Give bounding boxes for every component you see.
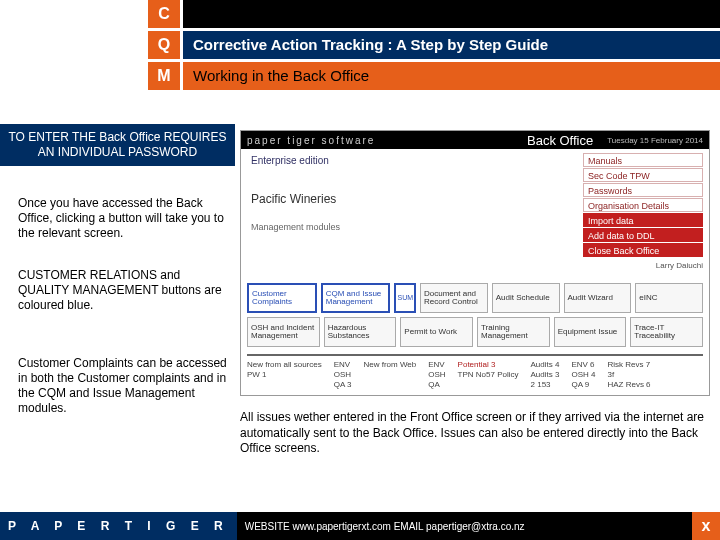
title-stripe-white [183, 93, 720, 121]
module-equipment[interactable]: Equipment Issue [554, 317, 627, 347]
software-brand: paper tiger software [247, 135, 375, 146]
cqm-q: Q [148, 31, 180, 59]
password-callout: TO ENTER THE Back Office REQUIRES AN IND… [0, 124, 235, 166]
footer: P A P E R T I G E R WEBSITE www.papertig… [0, 512, 720, 540]
page-subtitle: Working in the Back Office [183, 62, 720, 90]
company-name: Pacific Wineries [251, 192, 340, 206]
menu-passwords[interactable]: Passwords [583, 183, 703, 197]
module-einc[interactable]: eINC [635, 283, 703, 313]
title-area: Corrective Action Tracking : A Step by S… [183, 0, 720, 124]
module-audit-schedule[interactable]: Audit Schedule [492, 283, 560, 313]
menu-import[interactable]: Import data [583, 213, 703, 227]
lower-note: All issues wether entered in the Front O… [240, 410, 710, 457]
module-document-control[interactable]: Document and Record Control [420, 283, 488, 313]
module-hazardous[interactable]: Hazardous Substances [324, 317, 397, 347]
cqm-c: C [148, 0, 180, 28]
module-permit[interactable]: Permit to Work [400, 317, 473, 347]
menu-close[interactable]: Close Back Office [583, 243, 703, 257]
menu-org-details[interactable]: Organisation Details [583, 198, 703, 212]
back-office-screenshot: paper tiger software Back Office Tuesday… [240, 130, 710, 396]
body-para-1: Once you have accessed the Back Office, … [18, 196, 228, 241]
edition-label: Enterprise edition [251, 155, 340, 166]
title-stripe-black [183, 0, 720, 28]
modules-heading: Management modules [251, 222, 340, 232]
screen-title: Back Office [527, 133, 593, 148]
screenshot-left-labels: Enterprise edition Pacific Wineries Mana… [251, 155, 340, 232]
footer-contact: WEBSITE www.papertigerxt.com EMAIL paper… [237, 512, 692, 540]
module-customer-complaints[interactable]: Customer Complaints [247, 283, 317, 313]
module-training[interactable]: Training Management [477, 317, 550, 347]
stats-bar: New from all sourcesPW 1 ENVOSHQA 3 New … [247, 354, 703, 389]
page-title: Corrective Action Tracking : A Step by S… [183, 31, 720, 59]
body-para-3: Customer Complaints can be accessed in b… [18, 356, 228, 416]
module-cqm-issue[interactable]: CQM and Issue Management [321, 283, 391, 313]
cqm-m: M [148, 62, 180, 90]
menu-add-ddl[interactable]: Add data to DDL [583, 228, 703, 242]
screenshot-header: paper tiger software Back Office Tuesday… [241, 131, 709, 149]
close-icon[interactable]: x [692, 512, 720, 540]
menu-seccode[interactable]: Sec Code TPW [583, 168, 703, 182]
screen-date: Tuesday 15 February 2014 [607, 136, 703, 145]
cqm-indicator: C Q M [148, 0, 180, 93]
module-grid: Customer Complaints CQM and Issue Manage… [247, 283, 703, 351]
module-traceit[interactable]: Trace-IT Traceability [630, 317, 703, 347]
module-sum[interactable]: SUM [394, 283, 416, 313]
module-audit-wizard[interactable]: Audit Wizard [564, 283, 632, 313]
body-para-2: CUSTOMER RELATIONS and QUALITY MANAGEMEN… [18, 268, 228, 313]
right-menu: Manuals Sec Code TPW Passwords Organisat… [583, 153, 703, 258]
menu-manuals[interactable]: Manuals [583, 153, 703, 167]
current-user: Larry Daiuchi [656, 261, 703, 270]
module-osh[interactable]: OSH and Incident Management [247, 317, 320, 347]
footer-brand: P A P E R T I G E R [0, 512, 237, 540]
